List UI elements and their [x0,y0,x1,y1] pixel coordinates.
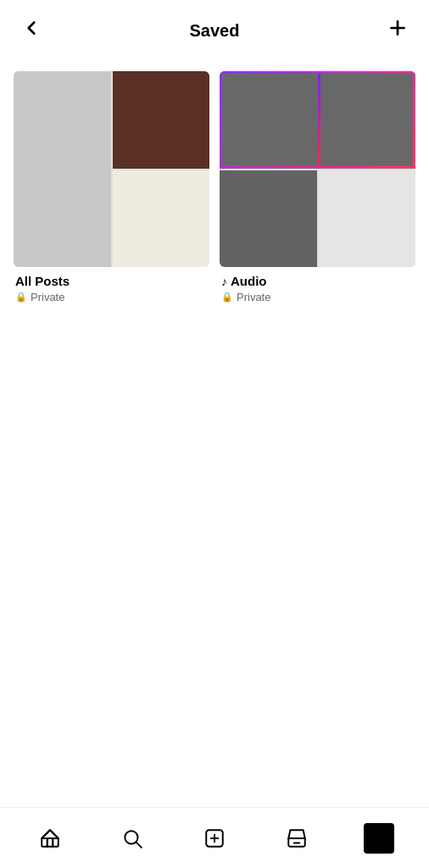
lock-icon-audio: 🔒 [221,292,233,303]
audio-thumb-bl [220,170,317,268]
collection-all-posts[interactable]: All Posts 🔒 Private [14,71,209,303]
lock-icon-all-posts: 🔒 [15,292,27,303]
gradient-border [318,71,416,169]
nav-profile[interactable] [338,816,421,860]
header: Saved [0,0,429,61]
all-posts-name: All Posts [15,274,208,288]
search-icon [121,827,143,849]
audio-thumb-br [319,170,416,268]
page-title: Saved [190,21,240,41]
nav-search[interactable] [91,821,173,856]
svg-marker-8 [288,830,305,838]
all-posts-thumbnail [14,71,209,267]
all-posts-label: All Posts 🔒 Private [14,274,209,303]
svg-rect-2 [42,838,58,847]
audio-thumb-top [220,71,415,169]
inbox-icon [286,827,308,849]
bottom-nav [0,807,429,868]
thumb-bottom-right [113,170,210,268]
nav-home[interactable] [8,821,91,856]
nav-inbox[interactable] [256,821,338,856]
all-posts-privacy: 🔒 Private [15,291,208,303]
add-button[interactable] [383,14,412,47]
back-button[interactable] [17,14,46,47]
svg-line-4 [136,842,142,847]
collection-audio[interactable]: ♪ Audio 🔒 Private [220,71,415,303]
audio-thumbnail [220,71,415,267]
music-icon: ♪ [221,275,227,288]
home-icon [39,827,61,849]
thumb-top-right [113,71,210,169]
audio-label: ♪ Audio 🔒 Private [220,274,415,303]
profile-icon [364,823,394,854]
thumb-large [14,71,111,267]
collections-grid: All Posts 🔒 Private ♪ Audio 🔒 Private [0,61,429,314]
audio-name: ♪ Audio [221,274,414,288]
create-icon [203,827,226,849]
audio-privacy: 🔒 Private [221,291,414,303]
nav-create[interactable] [173,821,255,856]
